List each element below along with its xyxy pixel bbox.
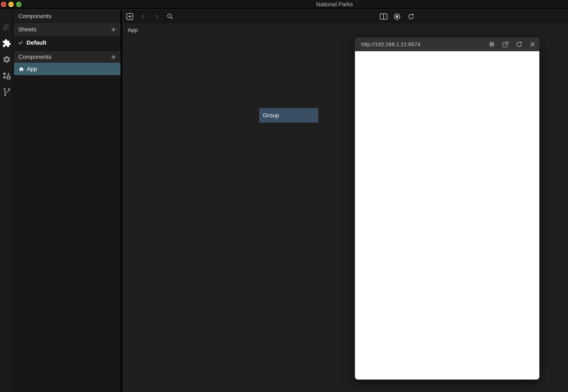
activity-version-control-button[interactable]	[0, 86, 13, 98]
route-icon	[2, 23, 11, 31]
add-widget-button[interactable]	[126, 13, 133, 20]
maximize-icon	[16, 2, 21, 7]
check-icon	[18, 40, 23, 45]
close-preview-button[interactable]	[529, 41, 536, 48]
close-icon	[1, 2, 6, 7]
components-section-header: Components +	[14, 51, 120, 63]
debug-icon	[488, 41, 495, 48]
group-widget[interactable]: Group	[259, 108, 318, 123]
activity-components-button[interactable]	[0, 37, 13, 49]
refresh-icon	[408, 13, 415, 20]
add-component-icon	[126, 13, 133, 20]
shapes-icon	[2, 72, 11, 80]
breadcrumb[interactable]: App	[128, 27, 138, 33]
components-section-label: Components	[18, 54, 51, 60]
sidebar-header-label: Components	[18, 13, 51, 19]
preview-window: http://192.168.1.21:8574	[355, 38, 539, 379]
search-icon	[167, 13, 173, 20]
debug-button[interactable]	[488, 41, 495, 48]
refresh-preview-button[interactable]	[516, 41, 523, 48]
forward-icon	[154, 14, 159, 19]
search-button[interactable]	[167, 13, 173, 20]
sheets-section-header: Sheets +	[14, 23, 120, 36]
design-canvas: App Group http://192.168.1.21:8574	[124, 23, 568, 392]
window-title: National Parks	[316, 0, 353, 9]
back-button[interactable]	[141, 14, 146, 19]
component-item-label: App	[27, 66, 37, 72]
back-icon	[141, 14, 146, 19]
group-widget-label: Group	[263, 112, 279, 119]
sidebar: Components Sheets + Default Components +…	[14, 10, 122, 392]
reload-preview-button[interactable]	[408, 13, 415, 20]
stop-button[interactable]	[394, 13, 400, 20]
inspect-page-icon	[501, 41, 509, 48]
minimize-icon	[8, 2, 14, 7]
minimize-window-button[interactable]	[8, 2, 14, 7]
sidebar-header: Components	[14, 10, 120, 23]
gear-icon	[2, 55, 11, 64]
branch-icon	[2, 87, 11, 96]
home-icon	[19, 67, 24, 71]
sheet-item-label: Default	[27, 39, 46, 46]
activity-widgets-button[interactable]	[0, 70, 13, 82]
preview-header: http://192.168.1.21:8574	[355, 38, 539, 51]
forward-button[interactable]	[154, 14, 159, 19]
split-view-button[interactable]	[380, 13, 388, 20]
stop-icon	[394, 13, 400, 20]
app-window: National Parks	[0, 0, 568, 392]
titlebar: National Parks	[0, 0, 568, 9]
close-window-button[interactable]	[1, 2, 6, 7]
activity-settings-button[interactable]	[0, 54, 13, 65]
component-item-app[interactable]: App	[14, 63, 120, 75]
split-view-icon	[380, 13, 388, 20]
maximize-window-button[interactable]	[16, 2, 21, 7]
sheet-item-default[interactable]: Default	[14, 36, 120, 49]
puzzle-icon	[2, 39, 11, 48]
add-component-button[interactable]: +	[109, 53, 118, 61]
add-sheet-button[interactable]: +	[109, 26, 118, 33]
activity-bar	[0, 10, 13, 392]
inspect-page-button[interactable]	[501, 41, 509, 48]
canvas-toolbar	[124, 10, 568, 23]
sheets-section-label: Sheets	[18, 26, 36, 33]
preview-content	[355, 51, 539, 379]
close-icon	[529, 41, 536, 48]
preview-url-field[interactable]: http://192.168.1.21:8574	[361, 38, 420, 51]
activity-route-button[interactable]	[0, 21, 13, 33]
refresh-icon	[516, 41, 523, 48]
